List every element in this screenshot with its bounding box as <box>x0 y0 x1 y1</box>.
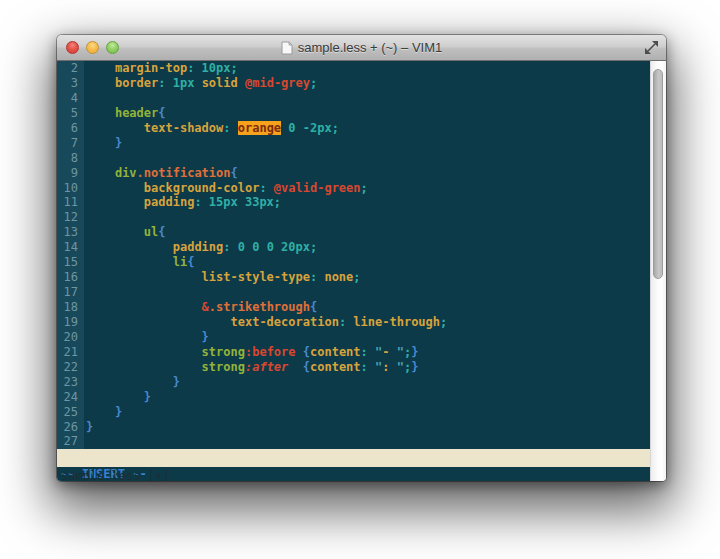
code-token: border <box>115 76 158 90</box>
code-text: strong:before {content: "- ";} <box>86 345 418 360</box>
code-line[interactable]: 22 strong:after {content: ": ";} <box>57 360 650 375</box>
code-token <box>86 240 173 254</box>
code-token <box>86 195 144 209</box>
code-text: list-style-type: none; <box>86 270 361 285</box>
code-token <box>86 315 231 329</box>
code-token <box>86 61 115 75</box>
code-token <box>86 390 144 404</box>
line-number: 25 <box>57 405 84 420</box>
code-token: } <box>86 420 93 434</box>
code-token <box>86 300 202 314</box>
code-text: } <box>86 330 209 345</box>
code-line[interactable]: 7 } <box>57 136 650 151</box>
code-line[interactable]: 10 background-color: @valid-green; <box>57 181 650 196</box>
code-token: { <box>303 345 310 359</box>
line-number: 15 <box>57 255 84 270</box>
line-number: 14 <box>57 240 84 255</box>
close-button[interactable] <box>66 41 79 54</box>
code-token: : <box>361 345 375 359</box>
vim-editor: 2 margin-top: 10px;3 border: 1px solid @… <box>57 61 650 481</box>
title-area: sample.less + (~) – VIM1 <box>57 35 666 60</box>
code-token <box>86 121 144 135</box>
code-line[interactable]: 25 } <box>57 405 650 420</box>
code-token: content <box>310 345 361 359</box>
code-line[interactable]: 21 strong:before {content: "- ";} <box>57 345 650 360</box>
line-number: 24 <box>57 390 84 405</box>
document-icon <box>281 41 293 55</box>
line-number: 23 <box>57 375 84 390</box>
fullscreen-button[interactable] <box>644 40 659 55</box>
code-token <box>86 375 173 389</box>
code-token: } <box>202 330 209 344</box>
code-line[interactable]: 24 } <box>57 390 650 405</box>
code-token: text-decoration <box>231 315 339 329</box>
fullscreen-icon <box>644 40 659 55</box>
code-token: ; <box>310 76 317 90</box>
code-text: background-color: @valid-green; <box>86 181 368 196</box>
code-text: padding: 15px 33px; <box>86 195 281 210</box>
line-number: 26 <box>57 420 84 435</box>
code-token: } <box>115 136 122 150</box>
code-token <box>86 136 115 150</box>
code-text: } <box>86 420 93 435</box>
code-line[interactable]: 26} <box>57 420 650 435</box>
line-number: 10 <box>57 181 84 196</box>
code-token: : <box>361 360 375 374</box>
code-text: margin-top: 10px; <box>86 61 238 76</box>
code-line[interactable]: 9 div.notification{ <box>57 166 650 181</box>
code-area[interactable]: 2 margin-top: 10px;3 border: 1px solid @… <box>57 61 650 449</box>
code-token <box>86 225 144 239</box>
line-number: 5 <box>57 106 84 121</box>
code-line[interactable]: 6 text-shadow: orange 0 -2px; <box>57 121 650 136</box>
code-token <box>86 330 202 344</box>
code-token: : <box>223 121 237 135</box>
code-token <box>86 270 202 284</box>
line-number: 19 <box>57 315 84 330</box>
code-token: ; <box>353 270 360 284</box>
code-token <box>86 405 115 419</box>
code-line[interactable]: 14 padding: 0 0 0 20px; <box>57 240 650 255</box>
scrollbar-thumb[interactable] <box>653 69 663 279</box>
code-line[interactable]: 17 <box>57 285 650 300</box>
code-line[interactable]: 5 header{ <box>57 106 650 121</box>
code-token: strong <box>202 345 245 359</box>
code-line[interactable]: 16 list-style-type: none; <box>57 270 650 285</box>
code-token <box>288 360 302 374</box>
zoom-button[interactable] <box>106 41 119 54</box>
window-content: 2 margin-top: 10px;3 border: 1px solid @… <box>57 61 666 481</box>
window-titlebar[interactable]: sample.less + (~) – VIM1 <box>57 35 666 61</box>
code-line[interactable]: 3 border: 1px solid @mid-grey; <box>57 76 650 91</box>
code-line[interactable]: 19 text-decoration: line-through; <box>57 315 650 330</box>
code-token: background-color <box>144 181 260 195</box>
code-line[interactable]: 20 } <box>57 330 650 345</box>
line-number: 17 <box>57 285 84 300</box>
code-line[interactable]: 13 ul{ <box>57 225 650 240</box>
code-token: .notification <box>137 166 231 180</box>
code-line[interactable]: 4 <box>57 91 650 106</box>
code-text: padding: 0 0 0 20px; <box>86 240 317 255</box>
code-text: &.strikethrough{ <box>86 300 317 315</box>
code-line[interactable]: 18 &.strikethrough{ <box>57 300 650 315</box>
code-line[interactable]: 27 <box>57 434 650 449</box>
code-line[interactable]: 2 margin-top: 10px; <box>57 61 650 76</box>
code-text: div.notification{ <box>86 166 238 181</box>
code-token: & <box>202 300 209 314</box>
code-line[interactable]: 12 <box>57 210 650 225</box>
line-number: 7 <box>57 136 84 151</box>
code-text: ul{ <box>86 225 165 240</box>
code-token: line-through <box>353 315 440 329</box>
code-line[interactable]: 11 padding: 15px 33px; <box>57 195 650 210</box>
code-token: text-shadow <box>144 121 223 135</box>
code-line[interactable]: 8 <box>57 151 650 166</box>
line-number: 21 <box>57 345 84 360</box>
code-line[interactable]: 15 li{ <box>57 255 650 270</box>
code-text: text-shadow: orange 0 -2px; <box>86 121 339 136</box>
code-token: { <box>158 225 165 239</box>
scrollbar-track[interactable] <box>650 61 666 481</box>
code-line[interactable]: 23 } <box>57 375 650 390</box>
line-number: 22 <box>57 360 84 375</box>
minimize-button[interactable] <box>86 41 99 54</box>
code-token: { <box>310 300 317 314</box>
code-text: } <box>86 390 151 405</box>
vim-statusline: sample.less [+] 3,33 Bot <box>57 449 650 467</box>
